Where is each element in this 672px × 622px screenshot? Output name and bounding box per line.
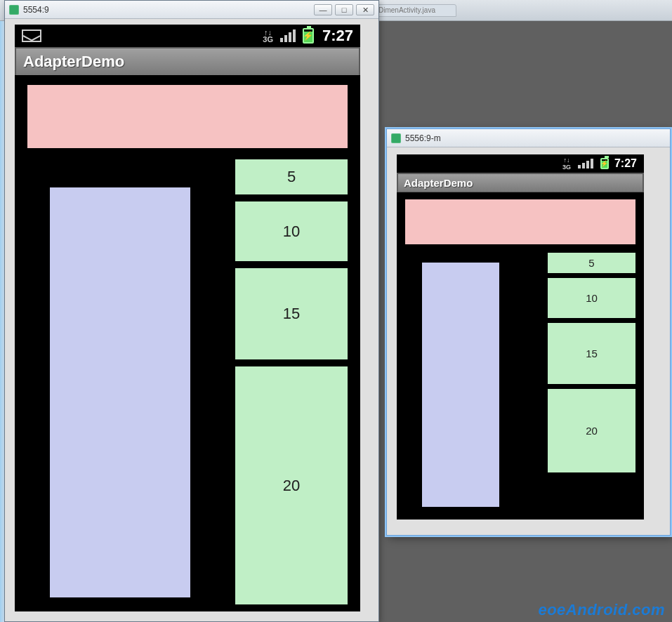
- statusbar-clock: 7:27: [614, 157, 637, 170]
- ide-tab[interactable]: DimenActivity.java: [372, 4, 456, 17]
- signal-icon: [578, 159, 593, 168]
- close-button[interactable]: ✕: [356, 4, 374, 15]
- app-content: 5 10 15 20: [397, 192, 644, 520]
- signal-icon: [280, 29, 296, 42]
- android-statusbar[interactable]: ↑↓ 3G ⚡ 7:27: [397, 154, 644, 173]
- value-list: 5 10 15 20: [548, 253, 635, 520]
- list-item[interactable]: 20: [235, 366, 348, 611]
- mail-icon: [22, 29, 41, 42]
- top-panel: [27, 85, 348, 148]
- window-titlebar[interactable]: 5554:9 — □ ✕: [5, 1, 378, 19]
- top-panel: [405, 199, 635, 244]
- list-item[interactable]: 15: [235, 268, 348, 366]
- android-statusbar[interactable]: ↑↓ 3G ⚡ 7:27: [15, 25, 360, 47]
- emulator-body: ↑↓ 3G ⚡ 7:27 AdapterDemo 5 10 15 20: [5, 19, 378, 621]
- list-item[interactable]: 10: [548, 278, 635, 323]
- emulator-window-small[interactable]: 5556:9-m ↑↓ 3G ⚡ 7:27 AdapterDemo 5 10 1…: [386, 128, 671, 536]
- maximize-button[interactable]: □: [335, 4, 353, 15]
- list-item[interactable]: 15: [548, 323, 635, 389]
- window-titlebar[interactable]: 5556:9-m: [387, 129, 670, 147]
- list-item[interactable]: 5: [548, 253, 635, 278]
- emulator-icon: [391, 133, 401, 143]
- watermark-text: eoeAndroid.com: [538, 601, 665, 619]
- android-phone-screen[interactable]: ↑↓ 3G ⚡ 7:27 AdapterDemo 5 10 15 20: [397, 154, 644, 520]
- list-item[interactable]: 10: [235, 201, 348, 268]
- battery-charging-icon: ⚡: [303, 28, 314, 44]
- emulator-body: ↑↓ 3G ⚡ 7:27 AdapterDemo 5 10 15 20: [387, 147, 670, 535]
- window-title: 5554:9: [23, 5, 49, 15]
- list-item[interactable]: 5: [235, 159, 348, 201]
- left-panel: [422, 263, 499, 507]
- app-titlebar: AdapterDemo: [15, 47, 360, 77]
- network-3g-icon: ↑↓ 3G: [562, 157, 571, 171]
- statusbar-clock: 7:27: [322, 27, 353, 45]
- app-content: 5 10 15 20: [15, 75, 360, 611]
- battery-charging-icon: ⚡: [600, 158, 609, 169]
- android-phone-screen[interactable]: ↑↓ 3G ⚡ 7:27 AdapterDemo 5 10 15 20: [15, 25, 360, 611]
- minimize-button[interactable]: —: [314, 4, 332, 15]
- app-titlebar: AdapterDemo: [397, 173, 644, 193]
- list-item[interactable]: 20: [548, 389, 635, 477]
- emulator-icon: [9, 5, 19, 15]
- left-panel: [50, 187, 190, 597]
- value-list: 5 10 15 20: [235, 159, 348, 611]
- network-3g-icon: ↑↓ 3G: [263, 29, 273, 43]
- emulator-window-large[interactable]: 5554:9 — □ ✕ ↑↓ 3G ⚡ 7:27 AdapterDemo: [4, 0, 379, 622]
- window-title: 5556:9-m: [405, 133, 441, 143]
